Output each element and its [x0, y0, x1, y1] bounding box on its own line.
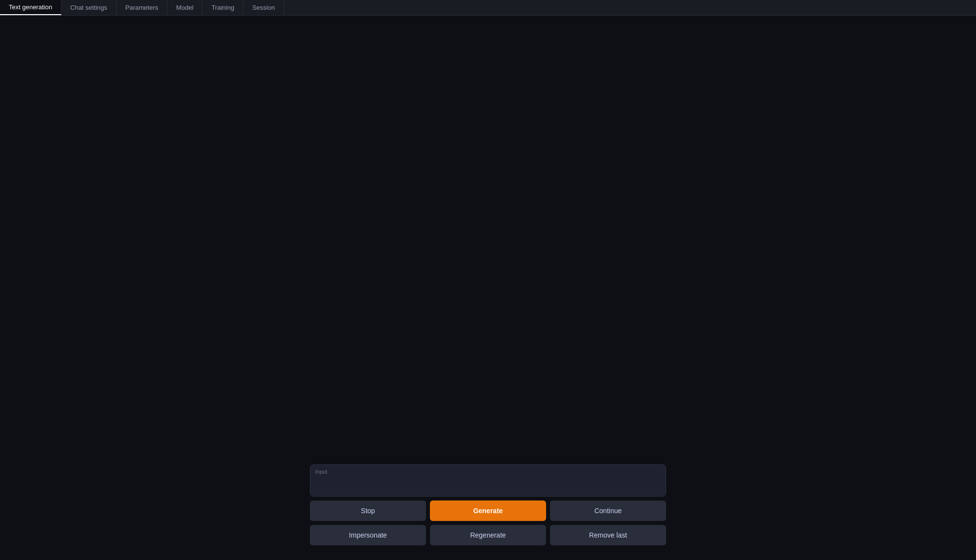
input-container: Input	[310, 464, 666, 497]
text-input[interactable]	[315, 477, 661, 490]
continue-button[interactable]: Continue	[550, 500, 666, 521]
generate-button[interactable]: Generate	[430, 500, 546, 521]
navbar: Text generation Chat settings Parameters…	[0, 0, 976, 16]
tab-text-generation[interactable]: Text generation	[0, 0, 61, 15]
remove-last-button[interactable]: Remove last	[550, 525, 666, 545]
button-row-2: Impersonate Regenerate Remove last	[310, 525, 666, 545]
main-content: Input Stop Generate Continue Impersonate…	[0, 16, 976, 560]
tab-session[interactable]: Session	[244, 0, 284, 15]
bottom-controls: Input Stop Generate Continue Impersonate…	[310, 464, 666, 545]
tab-model[interactable]: Model	[167, 0, 203, 15]
input-label: Input	[315, 469, 661, 475]
stop-button[interactable]: Stop	[310, 500, 426, 521]
tab-parameters[interactable]: Parameters	[117, 0, 167, 15]
button-row-1: Stop Generate Continue	[310, 500, 666, 521]
impersonate-button[interactable]: Impersonate	[310, 525, 426, 545]
tab-chat-settings[interactable]: Chat settings	[61, 0, 117, 15]
regenerate-button[interactable]: Regenerate	[430, 525, 546, 545]
tab-training[interactable]: Training	[203, 0, 243, 15]
